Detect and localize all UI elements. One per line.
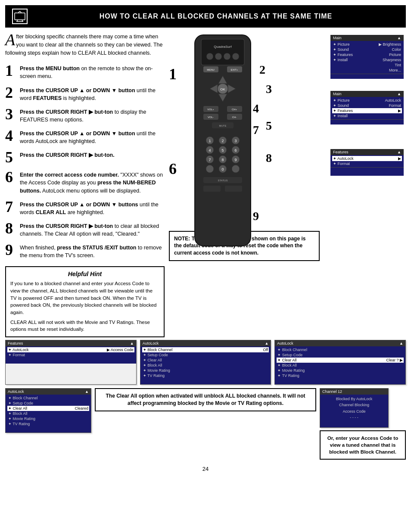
remote-step-9: 9: [253, 209, 259, 223]
step-9: 9 When finished, press the STATUS /EXIT …: [5, 242, 165, 259]
bottom-section: AutoLock▲ ✦ Block Channel ✦ Setup Code ✦…: [5, 388, 406, 460]
svg-rect-0: [15, 13, 25, 20]
svg-text:8: 8: [221, 158, 224, 162]
remote-control-svg: QuadraSurf MENU EXIT+: [182, 33, 264, 248]
remote-step-5: 5: [266, 119, 272, 133]
svg-rect-57: [203, 186, 221, 192]
step-1-number: 1: [5, 63, 16, 78]
step-5-number: 5: [5, 149, 16, 165]
bottom-panel-cleared-wrap: AutoLock▲ ✦ Block Channel ✦ Setup Code ✦…: [5, 388, 91, 433]
step-6-number: 6: [5, 169, 16, 185]
svg-text:5: 5: [221, 148, 224, 152]
step-7-text: Press the CURSOR UP ▲ or DOWN ▼ buttons …: [20, 199, 165, 216]
step-4-number: 4: [5, 128, 16, 143]
intro-text: After blocking specific channels there m…: [5, 33, 165, 57]
step-6-text: Enter the correct access code number. "X…: [20, 169, 165, 194]
svg-point-11: [224, 53, 230, 60]
intro-body: fter blocking specific channels there ma…: [5, 34, 162, 56]
header-icon: [12, 9, 28, 24]
right-bottom-area: Channel 12 Blocked By AutoLock Channel B…: [320, 388, 406, 460]
svg-text:EXIT+: EXIT+: [231, 68, 238, 71]
svg-rect-7: [201, 39, 244, 65]
svg-point-12: [232, 53, 239, 60]
hint-box: Helpful Hint If you tune to a blocked ch…: [5, 266, 165, 337]
menu-panel-2: Main▲ ✦ PictureAutoLock ✦ SoundFormat ✦ …: [330, 91, 404, 124]
main-content: After blocking specific channels there m…: [5, 28, 406, 337]
svg-text:QuadraSurf: QuadraSurf: [214, 45, 232, 49]
channel-panel-header: Channel 12: [320, 389, 388, 395]
svg-text:VOL+: VOL+: [207, 108, 214, 111]
step-6: 6 Enter the correct access code number. …: [5, 169, 165, 194]
menu-panel-3: Features▲ ✦ AutoLock▶ ✦ Format: [330, 149, 404, 176]
remote-diagram-area: QuadraSurf MENU EXIT+: [169, 33, 406, 261]
step-3-text: Press the CURSOR RIGHT ▶ but-ton to disp…: [20, 106, 165, 124]
step-3: 3 Press the CURSOR RIGHT ▶ but-ton to di…: [5, 106, 165, 124]
step-7-number: 7: [5, 199, 16, 215]
caption-access-code: Or, enter your Access Code to view a tun…: [320, 430, 406, 460]
svg-text:3: 3: [234, 139, 237, 143]
svg-text:MUTE: MUTE: [219, 124, 227, 127]
step-5: 5 Press the CURSOR RIGHT ▶ but-ton.: [5, 149, 165, 165]
menu-panel-1: Main▲ ✦ Picture▶ Brightness ✦ SoundColor…: [330, 35, 404, 79]
svg-text:9: 9: [234, 158, 237, 162]
svg-text:2: 2: [221, 139, 224, 143]
hint-title: Helpful Hint: [10, 271, 159, 277]
bottom-panel-cleared: AutoLock▲ ✦ Block Channel ✦ Setup Code ✦…: [5, 388, 91, 433]
step-5-text: Press the CURSOR RIGHT ▶ but-ton.: [20, 149, 115, 159]
remote-step-7: 7: [253, 123, 259, 137]
svg-text:STATUS: STATUS: [218, 179, 228, 182]
left-column: After blocking specific channels there m…: [5, 33, 165, 337]
svg-point-10: [215, 53, 222, 60]
step-2-text: Press the CURSOR UP ▲ or DOWN ▼ button u…: [20, 85, 165, 102]
svg-text:7: 7: [209, 158, 211, 162]
step-1: 1 Press the MENU button on the remote to…: [5, 63, 165, 80]
channel-panel: Channel 12 Blocked By AutoLock Channel B…: [320, 388, 389, 428]
step-4-text: Press the CURSOR UP ▲ or DOWN ▼ button u…: [20, 128, 165, 145]
page-number: 24: [0, 466, 411, 472]
bottom-panel-autolock1: AutoLock▲ ✦ Block ChannelOff ✦ Setup Cod…: [140, 340, 271, 385]
bottom-panel-features: Features▲ ✦ AutoLock▶ Access Code ✦ Form…: [5, 340, 137, 385]
hint-text: If you tune to a blocked channel and ent…: [10, 280, 159, 333]
step-8: 8 Press the CURSOR RIGHT ▶ but-ton to cl…: [5, 221, 165, 238]
svg-text:4: 4: [209, 148, 211, 152]
step-9-number: 9: [5, 242, 16, 258]
channel-panel-body: Blocked By AutoLock Channel Blocking Acc…: [320, 395, 388, 422]
step-8-number: 8: [5, 221, 16, 236]
bottom-panels-row1: Features▲ ✦ AutoLock▶ Access Code ✦ Form…: [5, 340, 406, 385]
svg-text:CH-: CH-: [232, 116, 237, 118]
remote-step-1: 1: [169, 65, 177, 83]
svg-point-54: [232, 165, 240, 173]
svg-point-9: [206, 53, 213, 60]
step-9-text: When finished, press the STATUS /EXIT bu…: [20, 242, 165, 259]
remote-step-2: 2: [259, 63, 265, 77]
step-7: 7 Press the CURSOR UP ▲ or DOWN ▼ button…: [5, 199, 165, 216]
svg-rect-58: [225, 186, 242, 192]
step-8-text: Press the CURSOR RIGHT ▶ but-ton to clea…: [20, 221, 165, 238]
remote-step-8: 8: [266, 151, 272, 165]
step-2-number: 2: [5, 85, 16, 100]
remote-step-3: 3: [266, 82, 272, 96]
svg-text:6: 6: [234, 148, 237, 152]
step-3-number: 3: [5, 106, 16, 122]
svg-point-51: [206, 165, 214, 173]
svg-text:OK: OK: [220, 87, 225, 91]
caption-clear-all: The Clear All option when activated will…: [95, 388, 316, 411]
bottom-panel-autolock2: AutoLock▲ ✦ Block Channel ✦ Setup Code ✦…: [274, 340, 406, 385]
step-1-text: Press the MENU button on the remote to s…: [20, 63, 165, 80]
svg-text:CH+: CH+: [232, 108, 237, 111]
page-header: How to Clear All Blocked Channels at the…: [5, 5, 406, 28]
remote-step-4: 4: [253, 102, 259, 115]
step-2: 2 Press the CURSOR UP ▲ or DOWN ▼ button…: [5, 85, 165, 102]
svg-text:1: 1: [209, 139, 211, 143]
svg-text:VOL-: VOL-: [208, 116, 214, 118]
svg-text:MENU: MENU: [207, 68, 215, 71]
svg-text:0: 0: [221, 167, 224, 171]
step-4: 4 Press the CURSOR UP ▲ or DOWN ▼ button…: [5, 128, 165, 145]
drop-cap: A: [5, 33, 15, 47]
page-title: How to Clear All Blocked Channels at the…: [33, 12, 399, 20]
remote-step-6: 6: [169, 160, 177, 178]
right-column: QuadraSurf MENU EXIT+: [169, 33, 406, 337]
